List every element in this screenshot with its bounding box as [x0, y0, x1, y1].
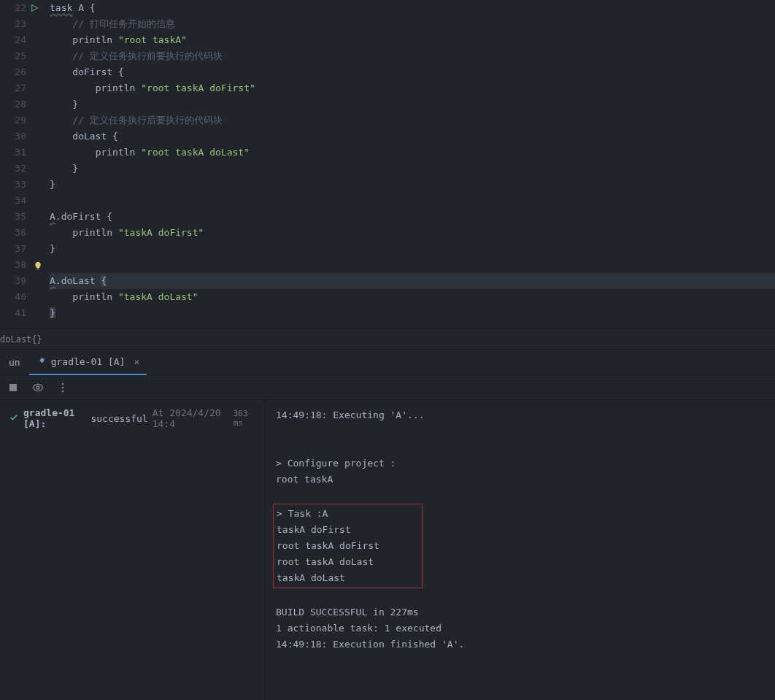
svg-point-3: [62, 382, 64, 385]
tab-gradle-run[interactable]: gradle-01 [A] ×: [29, 350, 147, 375]
code-line[interactable]: }: [50, 241, 775, 257]
line-number: 33: [0, 177, 26, 193]
line-number: 28: [0, 96, 26, 112]
line-number: 35: [0, 209, 26, 225]
svg-rect-0: [37, 269, 39, 269]
line-number: 27: [0, 80, 26, 96]
code-line[interactable]: A.doLast {: [50, 273, 775, 289]
code-line[interactable]: }: [50, 305, 775, 321]
line-number: 31: [0, 145, 26, 161]
line-number: 40: [0, 289, 26, 305]
line-number: 39: [0, 273, 26, 289]
line-number: 36: [0, 225, 26, 241]
code-line[interactable]: A.doFirst {: [50, 209, 775, 225]
code-line[interactable]: }: [50, 96, 775, 112]
task-status-row[interactable]: gradle-01 [A]: successful At 2024/4/20 1…: [9, 407, 256, 429]
run-toolbar: [0, 375, 775, 400]
code-line[interactable]: // 定义任务执行后要执行的代码块: [50, 112, 775, 128]
output-area: gradle-01 [A]: successful At 2024/4/20 1…: [0, 400, 775, 700]
line-number: 23: [0, 16, 26, 32]
line-number: 24: [0, 32, 26, 48]
toggle-view-button[interactable]: [32, 382, 44, 393]
highlighted-output: > Task :A taskA doFirst root taskA doFir…: [273, 504, 423, 588]
breadcrumb[interactable]: doLast{}: [0, 328, 775, 349]
code-line[interactable]: // 定义任务执行前要执行的代码块: [50, 48, 775, 64]
line-number: 30: [0, 128, 26, 145]
svg-point-2: [36, 386, 39, 389]
svg-point-4: [62, 386, 64, 388]
code-line[interactable]: println "taskA doFirst": [50, 225, 775, 241]
line-number: 34: [0, 193, 26, 209]
line-number: 25: [0, 48, 26, 64]
svg-rect-1: [9, 384, 17, 391]
line-number: 32: [0, 161, 26, 177]
close-icon[interactable]: ×: [134, 356, 139, 367]
code-line[interactable]: doLast {: [50, 128, 775, 145]
task-duration: 363 ms: [234, 409, 256, 428]
line-number: 38: [0, 257, 26, 273]
task-tree[interactable]: gradle-01 [A]: successful At 2024/4/20 1…: [0, 400, 266, 700]
code-line[interactable]: }: [50, 161, 775, 177]
code-line[interactable]: }: [50, 177, 775, 193]
code-line[interactable]: [50, 193, 775, 209]
line-number: 22: [0, 0, 26, 16]
task-result: successful: [90, 413, 147, 424]
more-icon[interactable]: [57, 382, 69, 393]
check-icon: [9, 412, 19, 425]
task-name: gradle-01 [A]:: [23, 407, 86, 429]
run-tabs: un gradle-01 [A] ×: [0, 350, 775, 375]
line-number: 29: [0, 112, 26, 128]
svg-point-5: [62, 390, 64, 392]
code-line[interactable]: println "root taskA": [50, 32, 775, 48]
gradle-icon: [36, 355, 47, 368]
code-line[interactable]: // 打印任务开始的信息: [50, 16, 775, 32]
line-number: 37: [0, 241, 26, 257]
stop-button[interactable]: [7, 382, 19, 393]
bulb-icon[interactable]: [34, 259, 42, 275]
task-time: At 2024/4/20 14:4: [153, 407, 229, 429]
code-content[interactable]: task A { // 打印任务开始的信息 println "root task…: [32, 0, 775, 328]
code-editor[interactable]: 2223242526272829303132333435363738394041…: [0, 0, 775, 328]
code-line[interactable]: task A {: [50, 0, 775, 16]
code-line[interactable]: println "root taskA doFirst": [50, 80, 775, 96]
code-line[interactable]: println "root taskA doLast": [50, 145, 775, 161]
tab-label: gradle-01 [A]: [51, 356, 126, 367]
run-gutter-icon[interactable]: [29, 2, 39, 18]
line-number: 41: [0, 305, 26, 321]
run-panel: un gradle-01 [A] × gradle-01 [A]:: [0, 349, 775, 700]
line-gutter: 2223242526272829303132333435363738394041: [0, 0, 32, 328]
line-number: 26: [0, 64, 26, 80]
code-line[interactable]: [50, 257, 775, 273]
console-output[interactable]: 14:49:18: Executing 'A'... > Configure p…: [266, 400, 775, 700]
code-line[interactable]: println "taskA doLast": [50, 289, 775, 305]
run-tab-label[interactable]: un: [0, 357, 29, 368]
code-line[interactable]: doFirst {: [50, 64, 775, 80]
